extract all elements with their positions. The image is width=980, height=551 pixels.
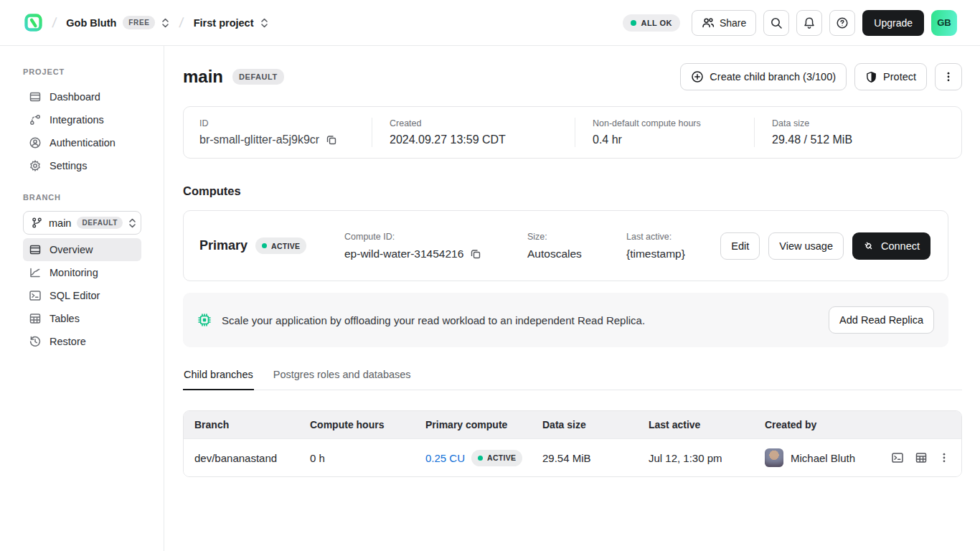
user-menu-avatar[interactable]: GB xyxy=(931,10,957,36)
chart-icon xyxy=(29,266,42,279)
copy-branch-id-button[interactable] xyxy=(326,134,337,146)
upgrade-button[interactable]: Upgrade xyxy=(862,10,924,36)
kebab-menu-icon xyxy=(938,452,950,463)
sidebar-item-label: Overview xyxy=(50,244,93,255)
breadcrumb-separator: / xyxy=(179,15,184,31)
search-icon xyxy=(770,17,783,29)
last-active-label: Last active: xyxy=(626,232,720,242)
compute-id-value: ep-wild-water-31454216 xyxy=(344,248,463,260)
read-replica-banner: Scale your application by offloading you… xyxy=(183,293,948,347)
window-icon xyxy=(29,243,42,256)
view-usage-label: View usage xyxy=(779,240,833,252)
top-bar-actions: ALL OK Share Upgrade GB xyxy=(623,10,957,36)
help-button[interactable] xyxy=(829,10,855,36)
col-branch: Branch xyxy=(194,419,310,430)
created-value: 2024.09.27 13:59 CDT xyxy=(390,133,506,146)
status-dot xyxy=(631,20,636,26)
status-label: ACTIVE xyxy=(487,453,516,462)
kebab-menu-icon xyxy=(943,71,954,83)
sidebar-item-sql-editor[interactable]: SQL Editor xyxy=(23,284,141,307)
row-more-actions-button[interactable] xyxy=(938,452,950,463)
project-name: First project xyxy=(194,17,254,29)
created-by-name: Michael Bluth xyxy=(791,452,855,464)
connect-button[interactable]: Connect xyxy=(852,232,930,260)
branch-status-badge: ACTIVE xyxy=(471,450,522,466)
col-compute-hours: Compute hours xyxy=(310,419,425,430)
bell-icon xyxy=(803,17,816,29)
table-grid-icon xyxy=(29,312,42,325)
neon-logo-icon[interactable] xyxy=(24,14,42,32)
gear-icon xyxy=(29,159,42,172)
data-size-cell: 29.54 MiB xyxy=(542,452,649,464)
compute-hours-value: 0.4 hr xyxy=(593,133,622,146)
sidebar-item-label: Integrations xyxy=(50,114,104,126)
sidebar-item-settings[interactable]: Settings xyxy=(23,154,141,177)
add-read-replica-button[interactable]: Add Read Replica xyxy=(829,306,934,334)
status-dot xyxy=(478,456,483,461)
upgrade-label: Upgrade xyxy=(874,17,913,29)
edit-compute-button[interactable]: Edit xyxy=(720,232,760,260)
view-usage-button[interactable]: View usage xyxy=(768,232,844,260)
share-label: Share xyxy=(720,17,746,29)
compute-status-badge: ACTIVE xyxy=(255,237,306,254)
compute-size-link[interactable]: 0.25 CU xyxy=(425,452,465,464)
col-created-by: Created by xyxy=(765,419,891,430)
add-read-replica-label: Add Read Replica xyxy=(839,314,923,326)
col-primary-compute: Primary compute xyxy=(425,419,542,430)
sidebar-item-label: Dashboard xyxy=(50,91,100,103)
protect-button[interactable]: Protect xyxy=(854,63,927,90)
chevron-updown-icon xyxy=(260,17,268,29)
last-active-cell: Jul 12, 1:30 pm xyxy=(649,452,765,464)
data-size-label: Data size xyxy=(772,118,950,128)
org-name: Gob Bluth xyxy=(66,17,116,29)
selected-branch-name: main xyxy=(49,217,71,229)
branch-section-label: BRANCH xyxy=(23,193,141,202)
sidebar-item-tables[interactable]: Tables xyxy=(23,307,141,330)
page-title: main xyxy=(183,67,223,87)
plug-icon xyxy=(863,240,875,252)
create-child-branch-button[interactable]: Create child branch (3/100) xyxy=(680,63,847,90)
plan-badge: FREE xyxy=(123,16,155,29)
branch-more-actions-button[interactable] xyxy=(935,63,962,90)
primary-compute-card: Primary ACTIVE Compute ID: ep-wild-water… xyxy=(183,210,948,281)
size-label: Size: xyxy=(527,232,626,242)
sidebar: PROJECT Dashboard Integrations Authentic… xyxy=(0,46,164,551)
project-selector[interactable]: First project xyxy=(194,17,268,29)
terminal-icon xyxy=(891,451,904,464)
size-value: Autoscales xyxy=(527,248,582,260)
share-button[interactable]: Share xyxy=(692,10,756,36)
branch-selector[interactable]: main DEFAULT xyxy=(23,211,141,235)
search-button[interactable] xyxy=(763,10,789,36)
sidebar-item-overview[interactable]: Overview xyxy=(23,238,141,261)
sidebar-item-monitoring[interactable]: Monitoring xyxy=(23,261,141,284)
branch-tabs: Child branches Postgres roles and databa… xyxy=(183,369,962,390)
notifications-button[interactable] xyxy=(796,10,822,36)
sidebar-item-authentication[interactable]: Authentication xyxy=(23,131,141,154)
branch-name-cell[interactable]: dev/bananastand xyxy=(194,452,310,464)
sidebar-item-integrations[interactable]: Integrations xyxy=(23,108,141,131)
sidebar-item-dashboard[interactable]: Dashboard xyxy=(23,85,141,108)
open-tables-button[interactable] xyxy=(915,451,928,464)
copy-compute-id-button[interactable] xyxy=(470,248,481,260)
col-last-active: Last active xyxy=(649,419,765,430)
primary-compute-cell: 0.25 CU ACTIVE xyxy=(425,450,542,466)
sidebar-item-restore[interactable]: Restore xyxy=(23,330,141,353)
compute-name: Primary xyxy=(199,238,248,253)
compute-id-label: Compute ID: xyxy=(344,232,527,242)
breadcrumb: / Gob Bluth FREE / First project xyxy=(24,14,268,32)
chevron-updown-icon xyxy=(128,217,136,229)
tab-child-branches[interactable]: Child branches xyxy=(183,369,254,390)
copy-icon xyxy=(470,248,481,260)
open-sql-editor-button[interactable] xyxy=(891,451,904,464)
help-icon xyxy=(836,17,849,29)
terminal-icon xyxy=(29,289,42,302)
org-selector[interactable]: Gob Bluth FREE xyxy=(66,16,169,29)
history-clock-icon xyxy=(29,335,42,348)
table-row[interactable]: dev/bananastand 0 h 0.25 CU ACTIVE 29.54… xyxy=(184,438,961,476)
tab-postgres-roles-databases[interactable]: Postgres roles and databases xyxy=(273,369,412,390)
compute-hours-cell: 0 h xyxy=(310,452,425,464)
user-circle-icon xyxy=(29,136,42,149)
shield-icon xyxy=(865,71,877,83)
top-bar: / Gob Bluth FREE / First project ALL OK … xyxy=(0,0,980,46)
system-status-pill[interactable]: ALL OK xyxy=(623,14,680,32)
